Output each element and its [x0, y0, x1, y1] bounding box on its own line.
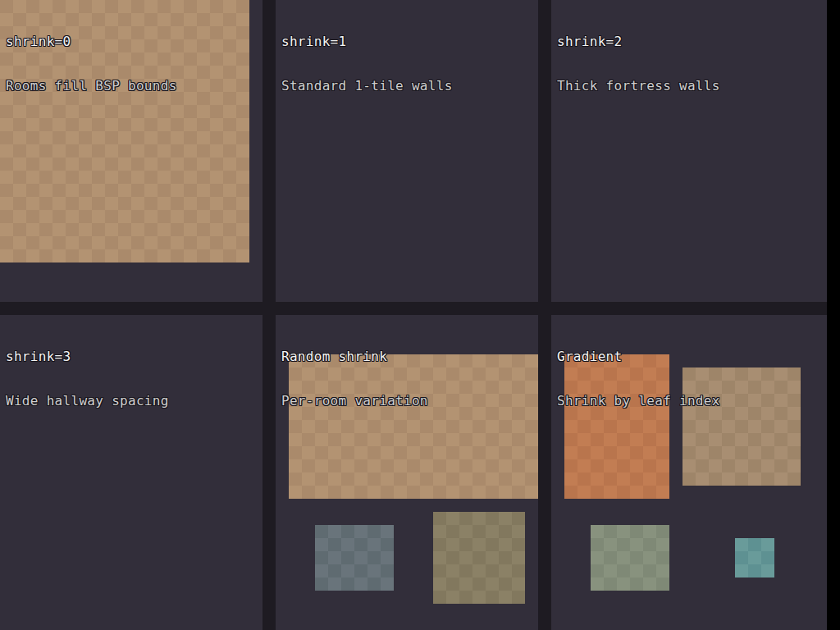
panel-title: shrink=3: [6, 349, 169, 364]
panel-label-block: shrink=0 Rooms fill BSP bounds: [6, 5, 177, 123]
panel-title: shrink=2: [557, 34, 720, 49]
panel-shrink-3: shrink=3 Wide hallway spacing: [0, 315, 262, 630]
right-black-strip: [827, 0, 840, 630]
panel-gradient: Gradient Shrink by leaf index: [551, 315, 827, 630]
panel-subtitle: Standard 1-tile walls: [281, 79, 453, 94]
panel-shrink-0: shrink=0 Rooms fill BSP bounds: [0, 0, 262, 302]
panel-subtitle: Rooms fill BSP bounds: [6, 79, 177, 94]
room: [433, 512, 525, 604]
panel-title: Random shrink: [281, 349, 428, 364]
panel-random-shrink: Random shrink Per-room variation: [276, 315, 538, 630]
panel-shrink-1: shrink=1 Standard 1-tile walls: [276, 0, 538, 302]
panel-label-block: shrink=2 Thick fortress walls: [557, 5, 720, 123]
panel-title: shrink=1: [281, 34, 453, 49]
room: [591, 525, 669, 591]
bsp-shrink-demo-canvas: shrink=0 Rooms fill BSP bounds shrink=1 …: [0, 0, 840, 630]
room: [315, 525, 394, 591]
panel-subtitle: Thick fortress walls: [557, 79, 720, 94]
panel-subtitle: Shrink by leaf index: [557, 394, 720, 409]
panel-label-block: Gradient Shrink by leaf index: [557, 320, 720, 438]
panel-subtitle: Wide hallway spacing: [6, 394, 169, 409]
panel-subtitle: Per-room variation: [281, 394, 428, 409]
room: [735, 538, 774, 578]
panel-title: shrink=0: [6, 34, 177, 49]
panel-title: Gradient: [557, 349, 720, 364]
panel-label-block: Random shrink Per-room variation: [281, 320, 428, 438]
row-gap-band: [0, 302, 840, 315]
panel-label-block: shrink=3 Wide hallway spacing: [6, 320, 169, 438]
panel-shrink-2: shrink=2 Thick fortress walls: [551, 0, 827, 302]
panel-label-block: shrink=1 Standard 1-tile walls: [281, 5, 453, 123]
